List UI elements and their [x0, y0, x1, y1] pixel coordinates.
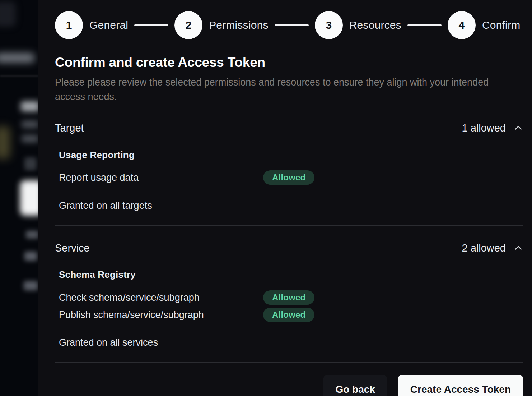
- permission-group-usage-reporting: Usage Reporting Report usage data Allowe…: [59, 149, 523, 185]
- footer-divider: [55, 362, 523, 363]
- create-access-token-button[interactable]: Create Access Token: [398, 375, 523, 396]
- step-number-badge: 2: [174, 11, 202, 39]
- blurred-text-item: [22, 135, 38, 142]
- blurred-text-item: [24, 252, 37, 261]
- chevron-up-icon: [514, 123, 523, 133]
- target-section-header: Target 1 allowed: [55, 121, 523, 135]
- permission-row: Check schema/service/subgraph Allowed: [59, 290, 523, 305]
- step-number-badge: 3: [315, 11, 343, 39]
- status-badge: Allowed: [263, 290, 314, 305]
- permission-row: Report usage data Allowed: [59, 170, 523, 185]
- page-subtitle: Please please review the selected permis…: [55, 75, 504, 104]
- permission-label: Report usage data: [59, 172, 263, 183]
- wizard-footer: Go back Create Access Token: [55, 375, 523, 396]
- step-label: Resources: [349, 19, 401, 31]
- permission-label: Publish schema/service/subgraph: [59, 309, 263, 321]
- blurred-text-item: [22, 121, 38, 128]
- blurred-text-item: [24, 281, 38, 290]
- step-number-badge: 4: [448, 11, 476, 39]
- status-badge: Allowed: [263, 170, 314, 185]
- group-name: Usage Reporting: [59, 149, 523, 161]
- section-title-target: Target: [55, 122, 84, 134]
- step-label: Confirm: [482, 19, 520, 31]
- section-title-service: Service: [55, 242, 90, 254]
- chevron-up-icon: [514, 243, 523, 253]
- permission-group-schema-registry: Schema Registry Check schema/service/sub…: [59, 269, 523, 322]
- step-resources[interactable]: 3 Resources: [315, 11, 401, 39]
- step-permissions[interactable]: 2 Permissions: [174, 11, 269, 39]
- granted-note-targets: Granted on all targets: [59, 200, 523, 211]
- step-general[interactable]: 1 General: [55, 11, 128, 39]
- blurred-app-logo: [0, 1, 16, 27]
- step-number-badge: 1: [55, 11, 83, 39]
- blurred-text-item: [26, 231, 38, 239]
- section-divider: [55, 225, 523, 226]
- go-back-button[interactable]: Go back: [323, 375, 387, 396]
- page-title: Confirm and create Access Token: [55, 55, 523, 70]
- background-page-blurred: [0, 0, 38, 396]
- service-section-header: Service 2 allowed: [55, 241, 523, 255]
- step-connector: [407, 24, 442, 26]
- create-access-token-wizard: 1 General 2 Permissions 3 Resources 4 Co…: [38, 0, 532, 396]
- granted-note-services: Granted on all services: [59, 337, 523, 348]
- blurred-card: [20, 180, 38, 216]
- blurred-divider: [0, 75, 38, 77]
- step-connector: [275, 24, 309, 26]
- wizard-stepper: 1 General 2 Permissions 3 Resources 4 Co…: [55, 11, 523, 39]
- status-badge: Allowed: [263, 308, 314, 322]
- blurred-accent-item: [0, 126, 10, 159]
- blurred-icon: [24, 157, 37, 170]
- screen: 1 General 2 Permissions 3 Resources 4 Co…: [0, 0, 532, 396]
- permission-row: Publish schema/service/subgraph Allowed: [59, 308, 523, 322]
- allowed-count: 1 allowed: [462, 122, 506, 134]
- step-label: General: [89, 19, 128, 31]
- group-name: Schema Registry: [59, 269, 523, 280]
- blurred-text-item: [21, 101, 38, 111]
- step-label: Permissions: [209, 19, 269, 31]
- permission-label: Check schema/service/subgraph: [59, 292, 263, 303]
- allowed-count: 2 allowed: [462, 242, 506, 254]
- step-connector: [134, 24, 168, 26]
- target-section-toggle[interactable]: 1 allowed: [462, 122, 523, 134]
- step-confirm[interactable]: 4 Confirm: [448, 11, 520, 39]
- service-section-toggle[interactable]: 2 allowed: [462, 242, 523, 254]
- blurred-nav-item: [0, 53, 34, 63]
